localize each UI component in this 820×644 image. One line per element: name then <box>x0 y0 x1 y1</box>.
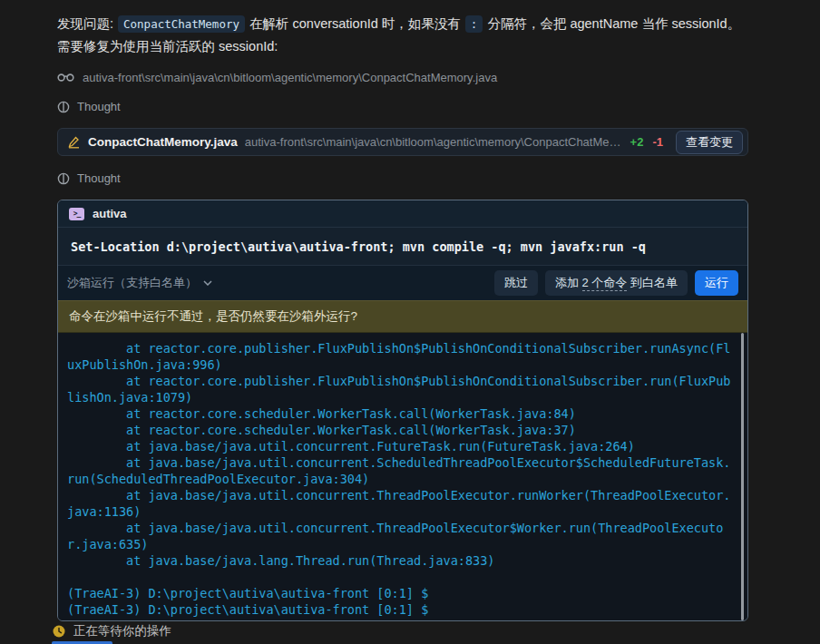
diff-additions-count: +2 <box>630 135 644 149</box>
whitelist-label-post: 到白名单 <box>627 276 678 289</box>
terminal-output-line: at reactor.core.publisher.FluxPublishOn$… <box>67 373 731 405</box>
terminal-output-lines: at reactor.core.publisher.FluxPublishOn$… <box>67 340 731 618</box>
sandbox-mode-label: 沙箱运行（支持白名单） <box>67 275 197 291</box>
terminal-output[interactable]: at reactor.core.publisher.FluxPublishOn$… <box>58 333 747 620</box>
issue-text: 发现问题: <box>57 16 113 31</box>
thought-row[interactable]: Thought <box>57 100 748 113</box>
terminal-output-line: at java.base/java.util.concurrent.Thread… <box>67 487 731 520</box>
terminal-header: >_ autiva <box>58 200 747 228</box>
edit-pencil-icon <box>67 135 81 149</box>
inline-code-colon: : <box>465 15 483 33</box>
file-reference-path[interactable]: autiva-front\src\main\java\cn\bitloom\ag… <box>83 71 497 84</box>
thought-label: Thought <box>77 100 121 113</box>
terminal-output-line: at reactor.core.scheduler.WorkerTask.cal… <box>67 405 731 422</box>
terminal-output-line <box>67 569 731 585</box>
sandbox-mode-dropdown[interactable]: 沙箱运行（支持白名单） <box>67 275 212 291</box>
add-to-whitelist-button[interactable]: 添加 2 个命令 到白名单 <box>545 270 688 296</box>
whitelist-command-count: 2 个命令 <box>582 276 628 291</box>
view-changes-button[interactable]: 查看变更 <box>676 131 743 154</box>
changed-file-path: autiva-front\src\main\java\cn\bitloom\ag… <box>245 135 623 149</box>
terminal-output-line: (TraeAI-3) D:\project\autiva\autiva-fron… <box>67 601 731 618</box>
file-change-card[interactable]: ConpactChatMemory.java autiva-front\src\… <box>57 128 748 156</box>
issue-paragraph: 发现问题:ConpactChatMemory在解析 conversationId… <box>57 13 748 57</box>
chevron-down-icon <box>203 280 212 286</box>
read-file-icon <box>57 73 74 83</box>
terminal-output-line: at reactor.core.scheduler.WorkerTask.cal… <box>67 422 731 438</box>
issue-text: 在解析 conversationId 时，如果没有 <box>249 16 461 31</box>
thought-row[interactable]: Thought <box>57 171 748 185</box>
thought-icon <box>57 101 70 113</box>
terminal-output-line: at java.base/java.util.concurrent.Future… <box>67 438 731 454</box>
run-button[interactable]: 运行 <box>695 270 738 296</box>
terminal-output-line: at java.base/java.lang.Thread.run(Thread… <box>67 552 731 569</box>
inline-code-classname: ConpactChatMemory <box>118 15 245 33</box>
terminal-output-line: at java.base/java.util.concurrent.Schedu… <box>67 454 731 487</box>
changed-file-name: ConpactChatMemory.java <box>88 135 238 149</box>
terminal-scrollbar[interactable] <box>741 333 744 620</box>
clock-icon <box>53 625 65 638</box>
chat-content-column: 发现问题:ConpactChatMemory在解析 conversationId… <box>57 0 748 621</box>
terminal-toolbar: 沙箱运行（支持白名单） 跳过 添加 2 个命令 到白名单 运行 <box>58 265 747 300</box>
terminal-panel: >_ autiva Set-Location d:\project\autiva… <box>57 200 748 621</box>
sandbox-warning-banner: 命令在沙箱中运行不通过，是否仍然要在沙箱外运行? <box>58 300 747 333</box>
terminal-output-line: at java.base/java.util.concurrent.Thread… <box>67 520 731 552</box>
skip-button[interactable]: 跳过 <box>494 270 538 296</box>
terminal-output-line: at reactor.core.publisher.FluxPublishOn$… <box>67 340 731 373</box>
terminal-output-line: (TraeAI-3) D:\project\autiva\autiva-fron… <box>67 585 731 601</box>
status-bar: 正在等待你的操作 <box>53 623 171 639</box>
terminal-title: autiva <box>93 207 127 220</box>
whitelist-label-pre: 添加 <box>555 276 582 289</box>
diff-deletions-count: -1 <box>652 135 663 149</box>
thought-icon <box>57 172 70 185</box>
terminal-command: Set-Location d:\project\autiva\autiva-fr… <box>58 228 747 265</box>
terminal-icon: >_ <box>69 208 84 220</box>
file-reference-row[interactable]: autiva-front\src\main\java\cn\bitloom\ag… <box>57 71 748 84</box>
thought-label: Thought <box>77 171 121 185</box>
status-text: 正在等待你的操作 <box>73 623 171 639</box>
